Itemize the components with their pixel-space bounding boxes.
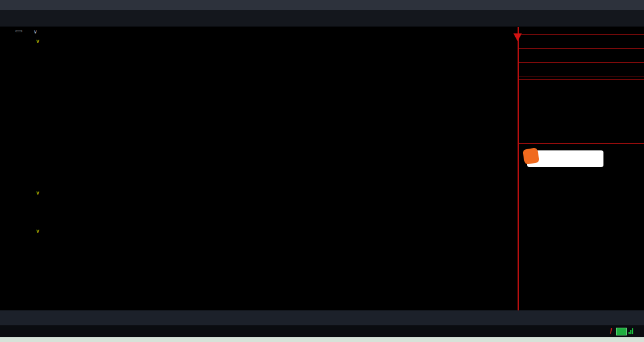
chevron-down-icon: ∨ (36, 228, 40, 234)
tick-tape[interactable] (519, 144, 644, 145)
price-arrow-icon (513, 33, 522, 41)
quote-panel (518, 27, 644, 310)
signal-icon (628, 328, 633, 334)
sogou-logo[interactable] (522, 147, 540, 165)
toolbar (0, 10, 644, 27)
quote-title (519, 34, 644, 49)
chevron-down-icon: ∨ (36, 38, 40, 44)
cjl-label[interactable]: ∨ (36, 189, 40, 196)
slash-divider: / (610, 327, 612, 335)
cjl-indicator-row: ∨ (36, 189, 54, 196)
ask-row[interactable] (519, 49, 644, 63)
status-bar: / (0, 325, 644, 337)
taskbar-strip (0, 337, 644, 342)
bid-row[interactable] (519, 63, 644, 76)
macd-label[interactable]: ∨ (36, 227, 40, 234)
macd-indicator-row: ∨ (36, 227, 61, 234)
big-order-tape[interactable] (519, 80, 644, 144)
monitor-icon[interactable] (616, 328, 627, 335)
boll-label[interactable]: ∨ (36, 37, 40, 44)
sogou-ime-toolbar[interactable] (527, 150, 603, 167)
kline-chart[interactable] (0, 27, 525, 310)
boll-indicator-row: ∨ (36, 37, 61, 44)
exchange-tab-bar (0, 310, 644, 325)
chevron-down-icon: ∨ (36, 190, 40, 196)
title-bar (0, 0, 644, 10)
